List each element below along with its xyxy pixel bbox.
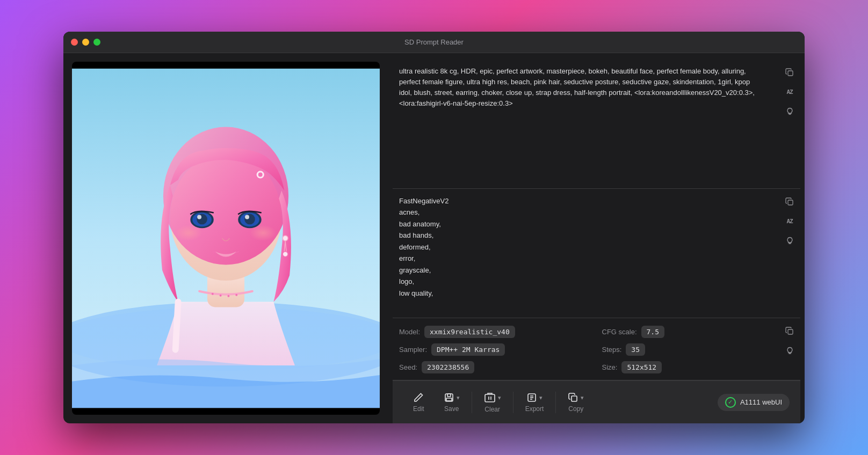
model-label: Model: bbox=[399, 328, 420, 336]
clear-chevron-icon: ▾ bbox=[498, 394, 501, 401]
edit-group[interactable]: Edit bbox=[403, 392, 434, 413]
svg-point-6 bbox=[227, 295, 229, 297]
divider-3 bbox=[555, 392, 556, 413]
traffic-lights bbox=[71, 39, 100, 46]
params-icon-group bbox=[782, 324, 797, 358]
content-area: ultra realistic 8k cg, HDR, epic, perfec… bbox=[63, 53, 805, 423]
svg-point-15 bbox=[197, 215, 201, 219]
seed-row: Seed: 2302238556 bbox=[399, 361, 591, 373]
positive-prompt-section: ultra realistic 8k cg, HDR, epic, perfec… bbox=[393, 60, 800, 189]
steps-row: Steps: 35 bbox=[602, 343, 794, 356]
copy-icon-area: ▾ bbox=[568, 392, 584, 403]
export-icon-area: ▾ bbox=[526, 392, 542, 403]
check-icon: ✓ bbox=[725, 397, 736, 408]
params-grid: Model: xxmix9realistic_v40 CFG scale: 7.… bbox=[399, 326, 794, 373]
clear-icon-area: ▾ bbox=[484, 392, 501, 403]
steps-label: Steps: bbox=[602, 346, 622, 354]
svg-rect-29 bbox=[446, 398, 452, 401]
generated-image bbox=[72, 62, 380, 415]
prompt-panel: ultra realistic 8k cg, HDR, epic, perfec… bbox=[388, 53, 805, 423]
model-value: xxmix9realistic_v40 bbox=[424, 326, 515, 338]
svg-rect-24 bbox=[788, 71, 793, 76]
export-chevron-icon: ▾ bbox=[539, 394, 542, 401]
size-row: Size: 512x512 bbox=[602, 361, 794, 373]
save-icon-area: ▾ bbox=[444, 392, 460, 403]
params-section: Model: xxmix9realistic_v40 CFG scale: 7.… bbox=[393, 318, 800, 380]
titlebar: SD Prompt Reader bbox=[63, 32, 805, 53]
copy-negative-button[interactable] bbox=[782, 194, 797, 209]
format-label: A1111 webUI bbox=[740, 398, 782, 406]
negative-prompt-actions: AZ bbox=[779, 189, 800, 318]
svg-rect-30 bbox=[485, 394, 495, 402]
app-window: SD Prompt Reader bbox=[63, 32, 805, 423]
positive-prompt-text: ultra realistic 8k cg, HDR, epic, perfec… bbox=[393, 60, 779, 188]
svg-point-21 bbox=[258, 172, 263, 177]
svg-point-23 bbox=[283, 252, 288, 257]
copy-positive-button[interactable] bbox=[782, 65, 797, 80]
cfg-value: 7.5 bbox=[641, 326, 664, 338]
sampler-label: Sampler: bbox=[399, 346, 427, 354]
bulb-negative-button[interactable] bbox=[782, 233, 797, 248]
svg-point-5 bbox=[220, 295, 222, 297]
sort-positive-button[interactable]: AZ bbox=[782, 84, 797, 99]
cfg-label: CFG scale: bbox=[602, 328, 637, 336]
toolbar: Edit ▾ Save bbox=[393, 380, 800, 423]
model-row: Model: xxmix9realistic_v40 bbox=[399, 326, 591, 338]
svg-point-7 bbox=[235, 294, 237, 296]
svg-rect-25 bbox=[788, 200, 793, 205]
size-label: Size: bbox=[602, 363, 618, 371]
clear-group[interactable]: ▾ Clear bbox=[474, 392, 511, 413]
svg-rect-37 bbox=[572, 396, 577, 401]
clear-label: Clear bbox=[484, 406, 500, 413]
window-title: SD Prompt Reader bbox=[404, 38, 464, 46]
pencil-icon bbox=[413, 392, 424, 403]
export-icon bbox=[526, 392, 537, 403]
negative-prompt-text: FastNegativeV2 acnes, bad anatomy, bad h… bbox=[393, 189, 779, 305]
maximize-button[interactable] bbox=[93, 39, 100, 46]
close-button[interactable] bbox=[71, 39, 78, 46]
copy-chevron-icon: ▾ bbox=[581, 394, 584, 401]
save-chevron-icon: ▾ bbox=[457, 394, 460, 401]
sampler-row: Sampler: DPM++ 2M Karras bbox=[399, 343, 591, 356]
minimize-button[interactable] bbox=[82, 39, 89, 46]
divider-1 bbox=[472, 392, 472, 413]
copy-label: Copy bbox=[568, 405, 583, 413]
copy-params-button[interactable] bbox=[782, 324, 797, 339]
negative-prompt-section: FastNegativeV2 acnes, bad anatomy, bad h… bbox=[393, 189, 800, 318]
export-label: Export bbox=[525, 405, 544, 413]
positive-prompt-actions: AZ bbox=[779, 60, 800, 188]
export-group[interactable]: ▾ Export bbox=[516, 392, 554, 413]
svg-point-19 bbox=[245, 215, 249, 219]
svg-point-22 bbox=[283, 236, 288, 241]
size-value: 512x512 bbox=[621, 361, 662, 373]
svg-rect-28 bbox=[447, 394, 451, 397]
sampler-value: DPM++ 2M Karras bbox=[431, 343, 505, 356]
edit-label: Edit bbox=[413, 405, 424, 413]
svg-point-4 bbox=[212, 293, 214, 295]
seed-value: 2302238556 bbox=[422, 361, 474, 373]
svg-rect-26 bbox=[788, 329, 793, 334]
format-badge: ✓ A1111 webUI bbox=[718, 394, 790, 411]
edit-icon-area bbox=[413, 392, 424, 403]
negative-prompt-scroll[interactable]: FastNegativeV2 acnes, bad anatomy, bad h… bbox=[393, 189, 779, 318]
copy-group[interactable]: ▾ Copy bbox=[558, 392, 594, 413]
divider-2 bbox=[513, 392, 513, 413]
save-icon bbox=[444, 392, 454, 403]
save-label: Save bbox=[444, 405, 459, 413]
bulb-positive-button[interactable] bbox=[782, 104, 797, 119]
save-group[interactable]: ▾ Save bbox=[434, 392, 469, 413]
svg-point-9 bbox=[163, 127, 288, 265]
copy-icon bbox=[568, 392, 578, 403]
sort-negative-button[interactable]: AZ bbox=[782, 214, 797, 229]
image-panel bbox=[63, 53, 388, 423]
clear-icon bbox=[484, 392, 496, 403]
seed-label: Seed: bbox=[399, 363, 417, 371]
bulb-params-button[interactable] bbox=[782, 343, 797, 358]
image-container bbox=[72, 62, 380, 415]
cfg-row: CFG scale: 7.5 bbox=[602, 326, 794, 338]
steps-value: 35 bbox=[626, 343, 645, 356]
